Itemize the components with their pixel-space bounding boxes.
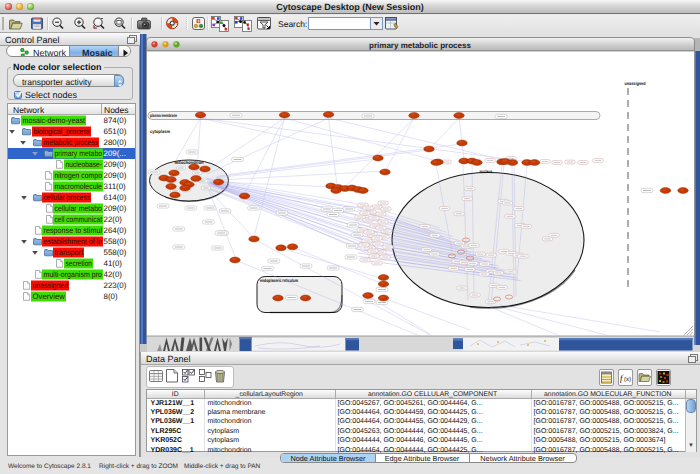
svg-text:209(0): 209(0) bbox=[104, 204, 127, 213]
svg-text:macromolecule: macromolecule bbox=[55, 182, 103, 191]
svg-text:cellular process: cellular process bbox=[44, 193, 91, 202]
svg-text:endoplasmic reticulum: endoplasmic reticulum bbox=[260, 278, 298, 283]
svg-text:response to stimul: response to stimul bbox=[44, 226, 103, 235]
svg-text:558(0): 558(0) bbox=[104, 248, 127, 257]
svg-text:nitrogen compo: nitrogen compo bbox=[55, 171, 103, 180]
svg-text:264(0): 264(0) bbox=[104, 226, 127, 235]
svg-text:primary metabolic process: primary metabolic process bbox=[369, 41, 471, 50]
svg-text:22(0): 22(0) bbox=[104, 215, 123, 224]
svg-text:cell communicat: cell communicat bbox=[55, 215, 103, 224]
svg-text:874(0): 874(0) bbox=[104, 116, 127, 125]
svg-text:biological_process: biological_process bbox=[34, 127, 91, 136]
svg-text:41(0): 41(0) bbox=[104, 259, 123, 268]
svg-text:223(0): 223(0) bbox=[104, 281, 127, 290]
svg-text:209(0): 209(0) bbox=[104, 171, 127, 180]
svg-text:primary metabo: primary metabo bbox=[55, 149, 103, 158]
svg-text:311(0): 311(0) bbox=[104, 182, 127, 191]
svg-text:cytoplasm: cytoplasm bbox=[150, 129, 170, 134]
svg-text:secretion: secretion bbox=[66, 259, 93, 268]
svg-text:8(0): 8(0) bbox=[104, 292, 118, 301]
svg-text:establishment of lo: establishment of lo bbox=[44, 237, 103, 246]
svg-text:unassigned: unassigned bbox=[625, 81, 646, 86]
svg-text:614(0): 614(0) bbox=[104, 193, 127, 202]
svg-text:nucleus: nucleus bbox=[480, 169, 493, 174]
svg-text:209(0): 209(0) bbox=[104, 160, 127, 169]
svg-text:209(...: 209(... bbox=[104, 149, 126, 158]
svg-text:Overview: Overview bbox=[33, 292, 66, 301]
svg-text:metabolic process: metabolic process bbox=[44, 138, 99, 147]
svg-text:nucleobase-: nucleobase- bbox=[66, 160, 103, 169]
svg-text:mitochondrion: mitochondrion bbox=[175, 160, 204, 165]
svg-text:(x): (x) bbox=[624, 376, 631, 383]
svg-text:280(0): 280(0) bbox=[104, 138, 127, 147]
svg-text:651(0): 651(0) bbox=[104, 127, 127, 136]
svg-text:cellular metabo: cellular metabo bbox=[55, 204, 103, 213]
svg-text:mosaic-demo-yeast: mosaic-demo-yeast bbox=[23, 116, 86, 125]
svg-text:Search:: Search: bbox=[278, 19, 307, 29]
svg-text:multi-organism pro: multi-organism pro bbox=[44, 270, 103, 279]
svg-text:558(0): 558(0) bbox=[104, 237, 127, 246]
svg-text:transport: transport bbox=[55, 248, 84, 257]
svg-text:plasma membrane: plasma membrane bbox=[150, 113, 177, 118]
svg-text:42(0): 42(0) bbox=[104, 270, 123, 279]
svg-text:unassigned: unassigned bbox=[33, 281, 69, 290]
